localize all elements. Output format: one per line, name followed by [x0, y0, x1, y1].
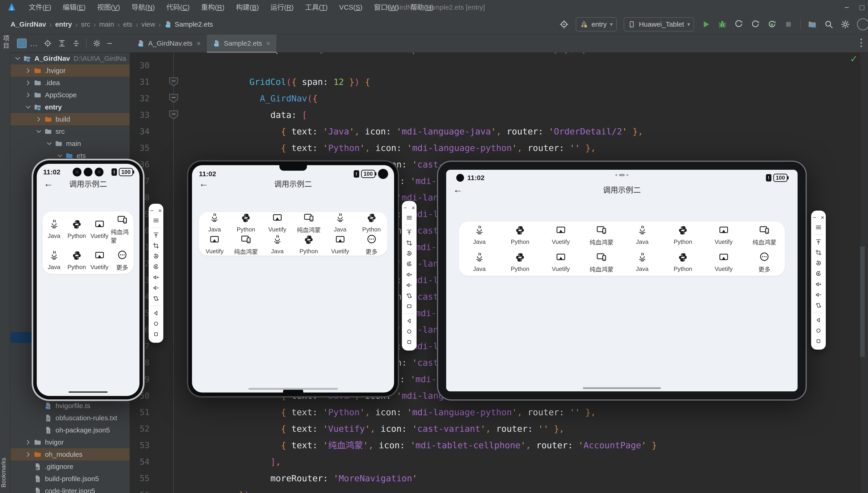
code-line[interactable]: moreRouter: 'MoreNavigation' — [218, 470, 662, 487]
app-cell-Vuetify[interactable]: Vuetify — [199, 234, 230, 255]
window-maximize-button[interactable]: □ — [860, 3, 864, 12]
screenshot-icon[interactable] — [404, 301, 414, 312]
app-cell-Java[interactable]: Java — [262, 234, 293, 255]
stop-button[interactable] — [784, 20, 793, 29]
app-cell-Vuetify[interactable]: Vuetify — [540, 225, 581, 245]
chevron-down-icon[interactable] — [35, 128, 43, 135]
chevron-right-icon[interactable] — [35, 115, 43, 123]
code-line[interactable]: data: [ — [218, 107, 662, 123]
window-minimize-button[interactable]: − — [845, 3, 849, 12]
shake-icon[interactable] — [813, 300, 824, 310]
tree-item-oh-package.json5[interactable]: {} oh-package.json5 — [10, 424, 130, 436]
app-cell-纯血鸿蒙[interactable]: 纯血鸿蒙 — [744, 224, 785, 246]
close-icon[interactable]: × — [821, 214, 824, 221]
vol-up-icon[interactable] — [813, 279, 824, 290]
app-cell-Vuetify[interactable]: Vuetify — [262, 213, 293, 233]
code-line[interactable]: { text: 'Python', icon: 'mdi-language-py… — [218, 404, 662, 421]
app-cell-Vuetify[interactable]: Vuetify — [88, 219, 111, 239]
menu-item[interactable]: 工具(T) — [299, 0, 333, 15]
select-opened-file-icon[interactable] — [44, 39, 52, 47]
minimize-icon[interactable]: − — [813, 214, 816, 221]
back-arrow-icon[interactable]: ← — [453, 184, 463, 195]
back-icon[interactable] — [813, 315, 824, 325]
minimize-icon[interactable]: − — [404, 205, 407, 212]
app-cell-Vuetify[interactable]: Vuetify — [703, 252, 744, 273]
app-cell-Python[interactable]: Python — [500, 252, 541, 273]
code-line[interactable]: GridCol({ span: 12 }) { — [218, 73, 662, 90]
app-cell-Python[interactable]: Python — [293, 234, 324, 255]
menu-item[interactable]: 导航(N) — [126, 0, 160, 15]
app-cell-Java[interactable]: Java — [622, 252, 663, 273]
collapse-all-icon[interactable] — [72, 39, 80, 47]
tree-item-oh_modules[interactable]: oh_modules — [10, 448, 130, 460]
tree-item-hvigorfile.ts[interactable]: TS hvigorfile.ts — [10, 400, 130, 412]
app-cell-Python[interactable]: Python — [230, 213, 262, 233]
crop-icon[interactable] — [813, 247, 824, 258]
rerun-button[interactable] — [751, 20, 760, 29]
menu-item[interactable]: 代码(C) — [160, 0, 195, 15]
app-cell-纯血鸿蒙[interactable]: 纯血鸿蒙 — [581, 224, 622, 246]
hide-panel-icon[interactable]: − — [107, 38, 112, 49]
app-cell-Java[interactable]: Java — [43, 219, 65, 239]
device-manager-icon[interactable] — [807, 20, 817, 29]
panel-settings-gear-icon[interactable] — [93, 39, 101, 47]
app-cell-纯血鸿蒙[interactable]: 纯血鸿蒙 — [293, 212, 324, 234]
ellipsis-icon[interactable]: … — [30, 39, 38, 48]
back-icon[interactable] — [151, 308, 161, 318]
breadcrumb-item[interactable]: ets — [122, 20, 134, 28]
app-cell-Python[interactable]: Python — [65, 250, 88, 271]
home-icon[interactable] — [404, 326, 414, 337]
app-cell-更多[interactable]: 更多 — [356, 234, 387, 256]
shake-icon[interactable] — [404, 291, 414, 301]
tree-item-A_GirdNav[interactable]: A_GirdNavD:\AUI\A_GirdNa — [10, 52, 130, 64]
app-cell-Java[interactable]: Java — [43, 250, 65, 271]
app-cell-更多[interactable]: 更多 — [744, 252, 785, 273]
settings-gear-icon[interactable] — [841, 20, 850, 29]
code-line[interactable] — [218, 57, 662, 73]
app-cell-Vuetify[interactable]: Vuetify — [88, 250, 111, 271]
tree-item-main[interactable]: main — [10, 137, 130, 150]
recents-icon[interactable] — [404, 337, 414, 347]
app-cell-Java[interactable]: Java — [459, 252, 500, 273]
vol-up-icon[interactable] — [404, 269, 414, 280]
tree-item-obfuscation-rules.txt[interactable]: obfuscation-rules.txt — [10, 412, 130, 424]
menu-item[interactable]: 视图(V) — [91, 0, 126, 15]
menu-item[interactable]: 运行(R) — [264, 0, 299, 15]
app-cell-纯血鸿蒙[interactable]: 纯血鸿蒙 — [111, 214, 133, 244]
tab-A_GirdNav.ets[interactable]: ETS A_GirdNav.ets × — [131, 35, 207, 52]
code-line[interactable]: { text: 'Java', icon: 'mdi-language-java… — [218, 123, 662, 140]
app-cell-Python[interactable]: Python — [663, 252, 703, 273]
tree-item-hvigor[interactable]: hvigor — [10, 436, 130, 448]
chevron-down-icon[interactable] — [24, 103, 32, 111]
app-cell-Python[interactable]: Python — [500, 225, 541, 245]
breadcrumb-item[interactable]: entry — [54, 20, 73, 28]
top-icon[interactable] — [151, 230, 161, 240]
tree-item-src[interactable]: src — [10, 125, 130, 137]
tree-item-.gitignore[interactable]: .gitignore — [10, 460, 130, 473]
run-button[interactable] — [701, 20, 711, 29]
rotate-cw-icon[interactable] — [813, 269, 824, 279]
breadcrumb-item[interactable]: main — [98, 20, 115, 28]
profiler-button[interactable] — [734, 20, 744, 29]
tree-item-.idea[interactable]: .idea — [10, 77, 130, 89]
rotate-ccw-icon[interactable] — [813, 258, 824, 269]
rotate-cw-icon[interactable] — [151, 261, 161, 272]
chevron-right-icon[interactable] — [24, 67, 32, 74]
rotate-ccw-icon[interactable] — [151, 251, 161, 261]
close-icon[interactable]: × — [158, 207, 162, 214]
app-cell-纯血鸿蒙[interactable]: 纯血鸿蒙 — [230, 234, 262, 256]
tree-item-entry[interactable]: entry — [10, 101, 130, 113]
code-line[interactable]: A_GirdNav({ — [218, 90, 662, 107]
sidebar-item-bookmarks[interactable]: Bookmarks — [0, 458, 10, 488]
close-icon[interactable]: × — [412, 205, 415, 212]
crop-icon[interactable] — [404, 238, 414, 248]
sidebar-item-project[interactable]: 项目 — [0, 35, 10, 49]
vol-down-icon[interactable] — [151, 283, 161, 293]
app-cell-Python[interactable]: Python — [356, 213, 387, 233]
debug-rerun-button[interactable] — [767, 20, 777, 29]
vol-down-icon[interactable] — [404, 280, 414, 291]
menu-item[interactable]: 构建(B) — [230, 0, 264, 15]
rotate-ccw-icon[interactable] — [404, 248, 414, 259]
app-cell-更多[interactable]: 更多 — [111, 250, 133, 272]
app-cell-Java[interactable]: Java — [459, 225, 500, 245]
